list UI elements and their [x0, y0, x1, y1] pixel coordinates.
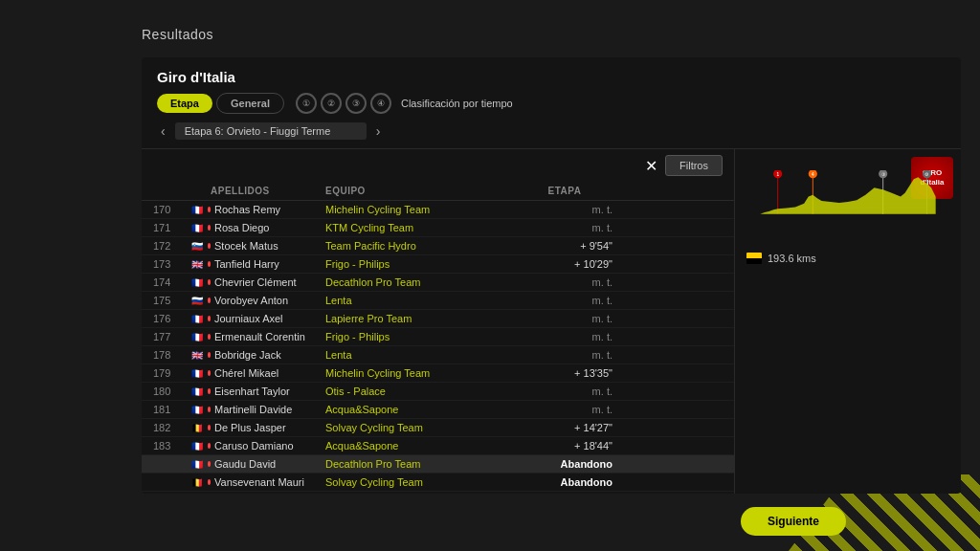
row-time: + 9'54": [517, 240, 612, 252]
filter-button[interactable]: Filtros: [665, 155, 723, 176]
content-area: ✕ Filtros APELLIDOS EQUIPO ETAPA 170🇫🇷Ro…: [142, 149, 961, 494]
main-panel: Giro d'Italia Etapa General ① ② ③ ④ Clas…: [142, 57, 961, 494]
stage-selector: ‹ Etapa 6: Orvieto - Fiuggi Terme ›: [157, 121, 946, 141]
row-flags: 🇬🇧: [191, 350, 211, 361]
row-time: Abandono: [517, 458, 612, 470]
table-row[interactable]: 180🇫🇷Eisenhart TaylorOtis - Palacem. t.: [142, 383, 734, 401]
race-title: Giro d'Italia: [157, 69, 946, 85]
stage-next[interactable]: ›: [372, 121, 385, 141]
icon-4[interactable]: ④: [370, 93, 391, 114]
table-row[interactable]: 174🇫🇷Chevrier ClémentDecathlon Pro Teamm…: [142, 274, 734, 292]
row-team: Solvay Cycling Team: [325, 422, 517, 433]
table-row[interactable]: 179🇫🇷Chérel MikaelMichelin Cycling Team+…: [142, 364, 734, 383]
row-number: 174: [153, 276, 191, 288]
row-time: + 10'29": [517, 258, 612, 270]
tab-etapa[interactable]: Etapa: [157, 94, 212, 113]
row-team: Michelin Cycling Team: [325, 204, 517, 215]
row-time: + 14'27": [517, 422, 612, 433]
finish-flag-icon: [746, 253, 762, 264]
table-row[interactable]: 172🇸🇮Stocek MatusTeam Pacific Hydro+ 9'5…: [142, 237, 734, 255]
stage-name: Etapa 6: Orvieto - Fiuggi Terme: [175, 122, 367, 140]
row-number: 179: [153, 367, 191, 379]
table-row[interactable]: 175🇷🇺Vorobyev AntonLentam. t.: [142, 292, 734, 310]
row-team: Solvay Cycling Team: [325, 476, 517, 488]
row-name: Tanfield Harry: [211, 258, 325, 270]
row-time: m. t.: [517, 386, 612, 397]
row-team: Lenta: [325, 295, 517, 306]
table-row[interactable]: 🇫🇷Gaudu DavidDecathlon Pro TeamAbandono: [142, 455, 734, 474]
table-row[interactable]: 170🇫🇷Rochas RemyMichelin Cycling Teamm. …: [142, 201, 734, 219]
row-time: m. t.: [517, 313, 612, 324]
row-flags: 🇫🇷: [191, 332, 211, 342]
table-header: APELLIDOS EQUIPO ETAPA: [142, 182, 734, 201]
col-num: [153, 186, 191, 196]
row-flags: 🇸🇮: [191, 241, 211, 252]
row-number: 178: [153, 349, 191, 361]
col-etapa: ETAPA: [517, 186, 612, 196]
row-team: Decathlon Pro Team: [325, 276, 517, 288]
row-number: 175: [153, 295, 191, 306]
row-team: Decathlon Pro Team: [325, 458, 517, 470]
table-row[interactable]: 177🇫🇷Ermenault CorentinFrigo - Philipsm.…: [142, 328, 734, 346]
row-time: + 13'35": [517, 367, 612, 379]
row-flags: 🇫🇷: [191, 405, 211, 415]
row-flags: 🇷🇺: [191, 296, 211, 306]
row-flags: 🇫🇷: [191, 459, 211, 470]
row-flags: 🇫🇷: [191, 368, 211, 379]
row-team: Otis - Palace: [325, 386, 517, 397]
stage-prev[interactable]: ‹: [157, 121, 169, 141]
row-name: Eisenhart Taylor: [211, 386, 325, 397]
row-name: Vansevenant Mauri: [211, 476, 325, 488]
table-row[interactable]: 171🇫🇷Rosa DiegoKTM Cycling Teamm. t.: [142, 219, 734, 237]
table-row[interactable]: 178🇬🇧Bobridge JackLentam. t.: [142, 346, 734, 364]
row-time: m. t.: [517, 276, 612, 288]
row-time: m. t.: [517, 204, 612, 215]
row-team: Frigo - Philips: [325, 331, 517, 342]
icon-2[interactable]: ②: [321, 93, 342, 114]
table-row[interactable]: 🇧🇪Vansevenant MauriSolvay Cycling TeamAb…: [142, 474, 734, 492]
row-name: De Plus Jasper: [211, 422, 325, 433]
table-body: 170🇫🇷Rochas RemyMichelin Cycling Teamm. …: [142, 201, 734, 494]
close-button[interactable]: ✕: [645, 157, 657, 175]
row-flags: 🇫🇷: [191, 314, 211, 324]
row-name: Gaudu David: [211, 458, 325, 470]
filter-bar: ✕ Filtros: [142, 149, 734, 182]
row-time: m. t.: [517, 222, 612, 233]
table-row[interactable]: 181🇫🇷Martinelli DavideAcqua&Saponem. t.: [142, 401, 734, 419]
row-team: Lenta: [325, 349, 517, 361]
row-team: Acqua&Sapone: [325, 440, 517, 452]
row-name: Martinelli Davide: [211, 404, 325, 415]
row-name: Rochas Remy: [211, 204, 325, 215]
row-flags: 🇫🇷: [191, 277, 211, 288]
clasif-label: Clasificación por tiempo: [401, 98, 513, 109]
row-time: m. t.: [517, 331, 612, 342]
table-row[interactable]: 183🇫🇷Caruso DamianoAcqua&Sapone+ 18'44": [142, 437, 734, 455]
row-flags: 🇫🇷: [191, 386, 211, 397]
row-number: 180: [153, 386, 191, 397]
row-flags: 🇬🇧: [191, 259, 211, 270]
page-title: Resultados: [142, 27, 213, 42]
row-name: Chérel Mikael: [211, 367, 325, 379]
row-number: 177: [153, 331, 191, 342]
row-time: Abandono: [517, 476, 612, 488]
row-name: Caruso Damiano: [211, 440, 325, 452]
row-number: 182: [153, 422, 191, 433]
row-team: KTM Cycling Team: [325, 222, 517, 233]
col-flag: [191, 186, 211, 196]
row-number: 172: [153, 240, 191, 252]
table-row[interactable]: 176🇫🇷Journiaux AxelLapierre Pro Teamm. t…: [142, 310, 734, 328]
row-flags: 🇫🇷: [191, 223, 211, 233]
row-number: 183: [153, 440, 191, 452]
icon-3[interactable]: ③: [345, 93, 367, 114]
row-name: Bobridge Jack: [211, 349, 325, 361]
icon-1[interactable]: ①: [296, 93, 317, 114]
row-time: m. t.: [517, 349, 612, 361]
siguiente-button[interactable]: Siguiente: [741, 507, 846, 536]
row-flags: 🇫🇷: [191, 205, 211, 215]
results-panel: ✕ Filtros APELLIDOS EQUIPO ETAPA 170🇫🇷Ro…: [142, 149, 735, 494]
row-name: Chevrier Clément: [211, 276, 325, 288]
classification-icons: ① ② ③ ④: [296, 93, 391, 114]
table-row[interactable]: 182🇧🇪De Plus JasperSolvay Cycling Team+ …: [142, 419, 734, 437]
table-row[interactable]: 173🇬🇧Tanfield HarryFrigo - Philips+ 10'2…: [142, 255, 734, 274]
tab-general[interactable]: General: [216, 93, 284, 114]
